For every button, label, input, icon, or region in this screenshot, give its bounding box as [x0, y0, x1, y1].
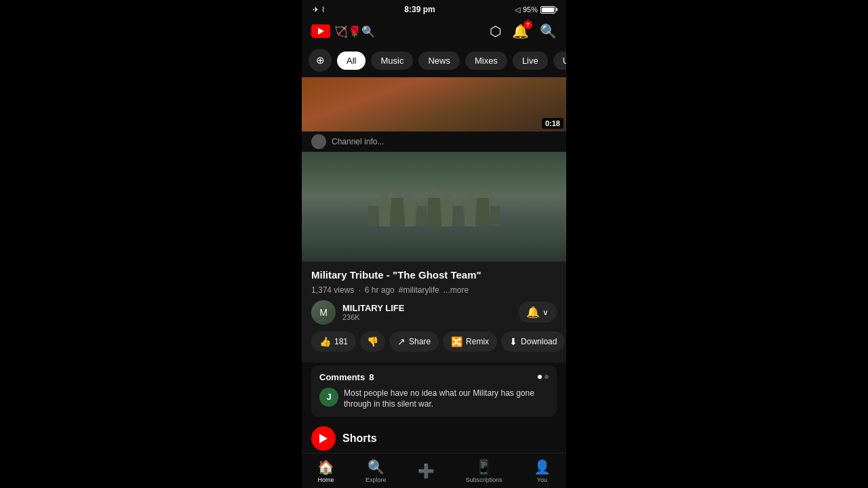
- channel-subscribers: 236K: [342, 313, 404, 321]
- shorts-section[interactable]: Shorts: [302, 420, 566, 455]
- top-video-channel-avatar: [311, 134, 326, 149]
- nav-home-label: Home: [318, 476, 334, 483]
- status-bar: ✈ ⌇ 8:39 pm ◁ 95%: [302, 0, 566, 19]
- nav-you-label: You: [537, 476, 547, 483]
- top-video-duration: 0:18: [542, 118, 564, 129]
- action-row: 👍 181 👎 ↗ Share 🔀 Remix ⬇ Download: [311, 331, 557, 359]
- phone-frame: ✈ ⌇ 8:39 pm ◁ 95% 🏹🌹🔍 ⬡ 🔔 7 🔍: [302, 0, 566, 488]
- remix-icon: 🔀: [451, 336, 462, 347]
- top-comment: J Most people have no idea what our Mili…: [319, 388, 549, 411]
- chip-music[interactable]: Music: [371, 52, 413, 70]
- nav-subscriptions-label: Subscriptions: [466, 476, 502, 483]
- shorts-icon: [311, 426, 336, 451]
- bell-icon: 🔔: [526, 306, 540, 319]
- create-icon: ➕: [418, 463, 435, 479]
- nav-create[interactable]: ➕: [418, 463, 435, 479]
- share-label: Share: [409, 337, 431, 346]
- subscriptions-icon: 📱: [475, 459, 492, 475]
- top-video-channel-name: Channel info...: [332, 137, 384, 146]
- dot-1: [538, 375, 542, 379]
- like-button[interactable]: 👍 181: [311, 331, 356, 352]
- video-views: 1,374 views: [311, 285, 354, 295]
- chip-more[interactable]: U...: [553, 52, 566, 70]
- video-time-ago: 6 hr ago: [365, 285, 395, 295]
- main-video-thumbnail[interactable]: [302, 152, 566, 262]
- soldiers-illustration: [302, 188, 566, 226]
- app-header: 🏹🌹🔍 ⬡ 🔔 7 🔍: [302, 19, 566, 43]
- channel-info: M MILITARY LIFE 236K: [311, 300, 404, 325]
- more-button[interactable]: ...more: [443, 285, 469, 295]
- video-info-section: Military Tribute - "The Ghost Team" 1,37…: [302, 262, 566, 363]
- nav-home[interactable]: 🏠 Home: [317, 459, 334, 483]
- main-video-card: Military Tribute - "The Ghost Team" 1,37…: [302, 152, 566, 363]
- video-meta: 1,374 views · 6 hr ago #militarylife ...…: [311, 285, 557, 295]
- comments-header: Comments 8: [319, 372, 549, 382]
- comment-avatar: J: [319, 388, 338, 407]
- video-title: Military Tribute - "The Ghost Team": [311, 268, 557, 282]
- explore-filter-button[interactable]: ⊕: [309, 49, 332, 72]
- bottom-nav: 🏠 Home 🔍 Explore ➕ 📱 Subscriptions 👤 You: [302, 453, 566, 488]
- share-icon: ↗: [397, 336, 406, 347]
- home-icon: 🏠: [317, 459, 334, 475]
- comments-count: 8: [369, 372, 374, 382]
- nav-subscriptions[interactable]: 📱 Subscriptions: [466, 459, 502, 483]
- battery-icon: [540, 6, 555, 14]
- youtube-logo[interactable]: [311, 24, 330, 38]
- chip-mixes[interactable]: Mixes: [465, 52, 507, 70]
- status-time: 8:39 pm: [404, 5, 435, 14]
- top-video-channel-row: Channel info...: [302, 131, 566, 152]
- chip-live[interactable]: Live: [513, 52, 548, 70]
- download-icon: ⬇: [509, 336, 517, 347]
- battery-percent: 95%: [523, 5, 538, 14]
- notification-badge: 7: [524, 20, 532, 29]
- remix-button[interactable]: 🔀 Remix: [443, 331, 497, 352]
- status-right: ◁ 95%: [515, 5, 555, 14]
- wifi-icon: ⌇: [321, 5, 325, 14]
- header-emoji-decoration: 🏹🌹🔍: [334, 25, 375, 38]
- subscribe-button[interactable]: 🔔 ∨: [518, 302, 557, 323]
- comments-title-row: Comments 8: [319, 372, 374, 382]
- share-button[interactable]: ↗ Share: [389, 331, 439, 352]
- explore-icon: 🔍: [368, 459, 384, 475]
- channel-avatar[interactable]: M: [311, 300, 336, 325]
- airplane-icon: ✈: [313, 5, 319, 14]
- cast-icon[interactable]: ⬡: [490, 23, 501, 39]
- filter-bar: ⊕ All Music News Mixes Live U...: [302, 43, 566, 77]
- video-separator-1: ·: [358, 285, 360, 295]
- status-left: ✈ ⌇: [313, 5, 325, 14]
- military-thumbnail-image: [302, 152, 566, 262]
- chip-all[interactable]: All: [337, 52, 366, 70]
- channel-name: MILITARY LIFE: [342, 303, 404, 313]
- nav-you[interactable]: 👤 You: [534, 459, 551, 483]
- location-icon: ◁: [515, 5, 520, 14]
- comment-text: Most people have no idea what our Milita…: [344, 388, 549, 411]
- chip-news[interactable]: News: [418, 52, 460, 70]
- shorts-play-icon: [319, 434, 328, 443]
- thumbs-down-icon: 👎: [367, 336, 378, 347]
- channel-details: MILITARY LIFE 236K: [342, 303, 404, 321]
- header-icons: ⬡ 🔔 7 🔍: [490, 23, 557, 39]
- top-video-preview[interactable]: 0:18: [302, 77, 566, 131]
- comments-title: Comments: [319, 372, 365, 382]
- video-hashtag: #militarylife: [399, 285, 439, 295]
- nav-explore-label: Explore: [366, 476, 387, 483]
- nav-explore[interactable]: 🔍 Explore: [366, 459, 387, 483]
- dislike-button[interactable]: 👎: [360, 331, 385, 352]
- youtube-play-icon: [318, 28, 324, 35]
- channel-row: M MILITARY LIFE 236K 🔔 ∨: [311, 300, 557, 325]
- comments-section[interactable]: Comments 8 J Most people have no idea wh…: [311, 365, 557, 418]
- logo-area: 🏹🌹🔍: [311, 24, 375, 38]
- shorts-label: Shorts: [342, 432, 377, 445]
- thumbs-up-icon: 👍: [319, 336, 331, 347]
- profile-icon: 👤: [534, 459, 551, 475]
- download-button[interactable]: ⬇ Download: [501, 331, 565, 352]
- download-label: Download: [521, 337, 557, 346]
- notification-bell-button[interactable]: 🔔 7: [512, 23, 529, 39]
- comments-dots: [538, 375, 549, 379]
- subscribe-chevron: ∨: [542, 308, 549, 317]
- dot-2: [545, 375, 549, 379]
- search-icon[interactable]: 🔍: [540, 23, 557, 39]
- remix-label: Remix: [466, 337, 489, 346]
- like-count: 181: [334, 337, 348, 346]
- top-video-thumbnail: 0:18: [302, 77, 566, 131]
